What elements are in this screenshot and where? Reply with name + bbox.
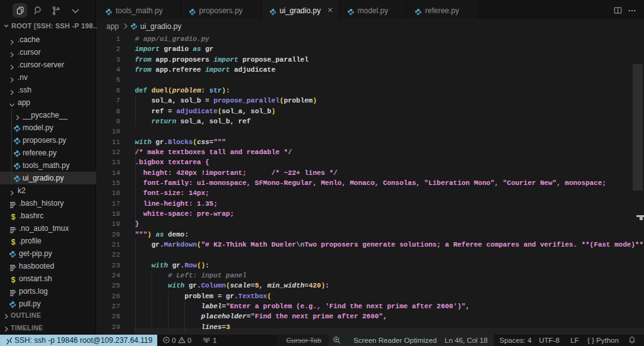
- svg-text:$: $: [11, 237, 15, 246]
- svg-text:$: $: [11, 212, 15, 221]
- svg-text:$: $: [11, 275, 15, 284]
